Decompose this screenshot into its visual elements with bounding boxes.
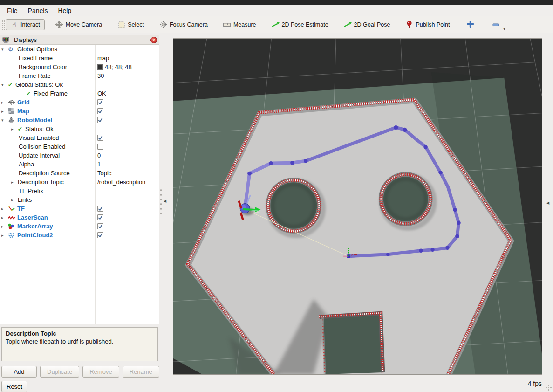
- menu-file[interactable]: File: [2, 6, 23, 15]
- visibility-checkbox[interactable]: [97, 206, 103, 212]
- collapse-right-icon[interactable]: ◀: [546, 201, 549, 205]
- expander-right-icon[interactable]: ▸: [1, 215, 8, 220]
- displays-panel-header[interactable]: Displays ✕: [0, 35, 159, 45]
- property-value-cell[interactable]: [95, 116, 103, 124]
- property-value-cell[interactable]: [95, 213, 103, 222]
- toolbar-remove-tool-button[interactable]: ▾: [492, 21, 499, 28]
- visibility-checkbox[interactable]: [97, 108, 103, 114]
- property-value-cell[interactable]: [95, 142, 103, 151]
- duplicate-button[interactable]: Duplicate: [40, 366, 79, 378]
- property-value-cell[interactable]: 1: [95, 160, 101, 169]
- tool-2d-goal-pose[interactable]: 2D Goal Pose: [339, 20, 395, 30]
- tree-row-global-options[interactable]: ▾⚙Global Options: [0, 45, 159, 54]
- expander-down-icon[interactable]: ▾: [1, 83, 8, 87]
- tool-select[interactable]: Select: [113, 20, 149, 30]
- tree-row-markerarray[interactable]: ▸MarkerArray: [0, 222, 159, 231]
- tool-interact[interactable]: ☝Interact: [6, 19, 45, 30]
- tree-row-frame-rate[interactable]: Frame Rate30: [0, 71, 159, 80]
- tree-row-background-color[interactable]: Background Color48; 48; 48: [0, 62, 159, 71]
- tree-row-fixed-frame[interactable]: ✔Fixed FrameOK: [0, 89, 159, 98]
- resize-grip[interactable]: [545, 384, 552, 391]
- tree-row-alpha[interactable]: Alpha1: [0, 160, 159, 169]
- menu-panels[interactable]: Panels: [23, 6, 53, 15]
- add-button[interactable]: Add: [1, 366, 37, 378]
- tree-row-pointcloud2[interactable]: ▸PointCloud2: [0, 231, 159, 240]
- 3d-viewport[interactable]: [173, 38, 542, 375]
- panel-splitter-left[interactable]: ◀: [159, 35, 173, 392]
- tree-row-laserscan[interactable]: ▸LaserScan: [0, 213, 159, 222]
- expander-right-icon[interactable]: ▸: [1, 224, 8, 229]
- tool-label: Publish Point: [416, 21, 450, 28]
- tree-row-fixed-frame[interactable]: Fixed Framemap: [0, 54, 159, 62]
- expander-down-icon[interactable]: ▾: [1, 47, 8, 52]
- expander-right-icon[interactable]: ▸: [11, 198, 18, 202]
- pointcloud-icon: [8, 233, 17, 238]
- toolbar-add-tool-button[interactable]: [467, 21, 474, 29]
- tree-row-update-interval[interactable]: Update Interval0: [0, 151, 159, 160]
- tree-row-global-status-ok[interactable]: ▾✔Global Status: Ok: [0, 80, 159, 89]
- property-value-cell[interactable]: [95, 231, 103, 240]
- expander-right-icon[interactable]: ▸: [1, 100, 8, 105]
- tree-row-tf[interactable]: ▸TF: [0, 204, 159, 213]
- visibility-checkbox[interactable]: [97, 232, 103, 238]
- visibility-checkbox[interactable]: [97, 117, 103, 123]
- expander-right-icon[interactable]: ▸: [11, 127, 18, 131]
- reset-button[interactable]: Reset: [1, 381, 27, 392]
- property-value-cell[interactable]: [95, 186, 97, 195]
- property-value-cell[interactable]: [95, 107, 103, 116]
- tree-row-map[interactable]: ▸Map: [0, 107, 159, 116]
- status-ok-check-icon: ✔: [8, 82, 15, 88]
- expander-right-icon[interactable]: ▸: [1, 206, 8, 211]
- expander-right-icon[interactable]: ▸: [1, 233, 8, 238]
- tree-row-links[interactable]: ▸Links: [0, 195, 159, 204]
- tree-splitter-handle[interactable]: [0, 324, 159, 327]
- visibility-checkbox[interactable]: [97, 223, 103, 229]
- tool-publish-point[interactable]: Publish Point: [401, 19, 454, 30]
- property-label: PointCloud2: [17, 232, 53, 239]
- grid-icon: [8, 100, 17, 105]
- property-value-text: 48; 48; 48: [105, 63, 132, 70]
- tool-focus-camera[interactable]: Focus Camera: [155, 19, 212, 30]
- property-value-cell[interactable]: OK: [95, 89, 106, 98]
- property-value-cell[interactable]: 0: [95, 151, 101, 160]
- property-value-cell[interactable]: Topic: [95, 169, 111, 178]
- toolbar: ☝InteractMove CameraSelectFocus CameraMe…: [0, 16, 553, 33]
- tool-move-camera[interactable]: Move Camera: [51, 19, 107, 30]
- property-value-cell[interactable]: [95, 98, 103, 107]
- property-value-cell[interactable]: [95, 133, 103, 142]
- rename-button[interactable]: Rename: [123, 366, 159, 378]
- expander-down-icon[interactable]: ▾: [1, 118, 8, 123]
- visibility-checkbox[interactable]: [97, 99, 103, 105]
- property-value-text: 1: [97, 161, 101, 168]
- collapse-left-icon[interactable]: ◀: [164, 199, 166, 203]
- green-arrow-icon: [344, 21, 352, 28]
- property-value-cell[interactable]: /robot_description: [95, 178, 145, 186]
- property-label: Grid: [17, 99, 30, 106]
- expander-right-icon[interactable]: ▸: [1, 109, 8, 114]
- property-value-cell[interactable]: [95, 222, 103, 231]
- visibility-checkbox[interactable]: [97, 214, 103, 220]
- remove-button[interactable]: Remove: [82, 366, 119, 378]
- tree-row-description-source[interactable]: Description SourceTopic: [0, 169, 159, 178]
- tool-2d-pose-estimate[interactable]: 2D Pose Estimate: [267, 20, 333, 30]
- property-value-cell[interactable]: 30: [95, 71, 104, 80]
- tree-row-visual-enabled[interactable]: Visual Enabled: [0, 133, 159, 142]
- close-icon[interactable]: ✕: [150, 37, 157, 43]
- tree-row-collision-enabled[interactable]: Collision Enabled: [0, 142, 159, 151]
- visibility-checkbox[interactable]: [97, 135, 103, 141]
- menu-help[interactable]: Help: [53, 6, 76, 15]
- visibility-checkbox[interactable]: [97, 144, 103, 150]
- toolbar-grip[interactable]: [1, 19, 5, 30]
- tree-row-description-topic[interactable]: ▸Description Topic/robot_description: [0, 178, 159, 186]
- tree-row-status-ok[interactable]: ▸✔Status: Ok: [0, 124, 159, 133]
- property-value-cell[interactable]: 48; 48; 48: [95, 62, 132, 71]
- help-title: Description Topic: [6, 330, 154, 337]
- tree-row-robotmodel[interactable]: ▾RobotModel: [0, 116, 159, 124]
- tree-row-tf-prefix[interactable]: TF Prefix: [0, 186, 159, 195]
- tool-measure[interactable]: Measure: [218, 20, 261, 30]
- expander-right-icon[interactable]: ▸: [11, 180, 18, 185]
- tree-row-grid[interactable]: ▸Grid: [0, 98, 159, 107]
- panel-splitter-right[interactable]: ◀: [542, 35, 553, 392]
- property-value-cell[interactable]: map: [95, 54, 109, 62]
- property-value-cell[interactable]: [95, 204, 103, 213]
